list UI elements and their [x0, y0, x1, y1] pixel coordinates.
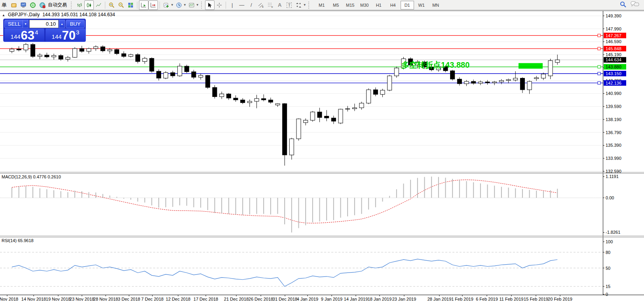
ask-prefix: 144: [52, 33, 62, 40]
tab-timeframe-m30[interactable]: M30: [358, 1, 371, 9]
sell-button[interactable]: SELL: [4, 20, 24, 28]
market-watch-icon[interactable]: [19, 0, 28, 10]
indicators-dropdown-caret[interactable]: ▼: [171, 3, 174, 7]
arrows-icon[interactable]: [294, 0, 304, 10]
svg-text:6 Feb 2019: 6 Feb 2019: [476, 297, 498, 301]
tab-timeframe-w1[interactable]: W1: [415, 1, 428, 9]
ohlc-readout: 144.393 145.031 144.108 144.634: [42, 12, 115, 17]
mt4-terminal: 单 自动交易: [0, 0, 644, 305]
rsi-label: RSI(14) 65.9618: [2, 238, 34, 243]
toolbar-grip: [201, 2, 203, 9]
svg-text:19 Nov 2018: 19 Nov 2018: [46, 297, 70, 301]
svg-text:31 Dec 2018: 31 Dec 2018: [273, 297, 297, 301]
macd-label: MACD(12,26,9) 0.4776 0.2610: [2, 174, 61, 179]
autotrading-label[interactable]: 自动交易: [48, 2, 67, 8]
cursor-icon[interactable]: [205, 0, 215, 10]
svg-text:17 Dec 2018: 17 Dec 2018: [194, 297, 218, 301]
svg-text:143.150: 143.150: [606, 71, 621, 76]
toolbar-separator: [226, 2, 226, 9]
svg-text:142.136: 142.136: [606, 81, 621, 85]
ask-sup: 3: [76, 29, 79, 36]
svg-text:1.1191: 1.1191: [606, 174, 619, 179]
bid-big: 63: [21, 30, 34, 41]
svg-text:7 Dec 2018: 7 Dec 2018: [141, 297, 163, 301]
tab-timeframe-m5[interactable]: M5: [329, 1, 343, 9]
level-handle[interactable]: [598, 47, 600, 50]
tab-timeframe-h4[interactable]: H4: [386, 1, 400, 9]
crosshair-icon[interactable]: [215, 0, 224, 10]
zoom-in-icon[interactable]: [107, 0, 116, 10]
ask-big: 70: [62, 30, 76, 41]
chat-icon[interactable]: [631, 1, 639, 9]
tile-windows-icon[interactable]: [126, 0, 135, 10]
auto-scroll-icon[interactable]: [139, 0, 148, 10]
menu-remnant[interactable]: 单: [2, 2, 7, 9]
tab-timeframe-d1[interactable]: D1: [401, 1, 414, 9]
periods-icon[interactable]: [174, 0, 184, 10]
svg-text:3 Dec 2018: 3 Dec 2018: [118, 297, 140, 301]
svg-text:12 Dec 2018: 12 Dec 2018: [166, 297, 190, 301]
svg-text:4 Jan 2019: 4 Jan 2019: [297, 297, 318, 301]
level-handle[interactable]: [598, 72, 600, 75]
trendline-icon[interactable]: /: [247, 0, 256, 10]
tab-timeframe-h1[interactable]: H1: [372, 1, 386, 9]
timeframe-group: M1M5M15M30H1H4D1W1MN: [315, 1, 443, 9]
price-gridlines: [0, 16, 603, 171]
equidistant-channel-icon[interactable]: E: [256, 0, 266, 10]
bid-price-display[interactable]: 144 63 4: [4, 28, 44, 42]
chart-shift-icon[interactable]: [148, 0, 158, 10]
svg-text:135.390: 135.390: [606, 143, 621, 148]
toolbar-separator: [160, 2, 160, 9]
volume-input[interactable]: 0.10: [29, 20, 59, 28]
svg-text:138.190: 138.190: [606, 117, 621, 122]
text-label-icon[interactable]: T: [285, 0, 294, 10]
zoom-out-icon[interactable]: [116, 0, 126, 10]
level-handle[interactable]: [598, 81, 600, 84]
new-order-icon[interactable]: [9, 0, 19, 10]
svg-text:0: 0: [606, 292, 608, 297]
svg-text:139.590: 139.590: [606, 104, 621, 109]
tab-timeframe-mn[interactable]: MN: [429, 1, 443, 9]
annotation-text[interactable]: 多空转折点143.880: [401, 60, 469, 70]
svg-text:14 Nov 2018: 14 Nov 2018: [21, 297, 46, 301]
vertical-line-icon[interactable]: |: [228, 0, 237, 10]
channel-letter: E: [262, 6, 264, 8]
svg-text:0.00: 0.00: [606, 195, 614, 200]
svg-text:136.790: 136.790: [606, 130, 621, 135]
svg-text:149.390: 149.390: [606, 13, 621, 18]
tab-timeframe-m15[interactable]: M15: [344, 1, 357, 9]
level-handle[interactable]: [598, 34, 600, 37]
arrows-dropdown-caret[interactable]: ▼: [303, 3, 306, 7]
toolbar-grip: [71, 2, 73, 9]
svg-text:28 Jan 2019: 28 Jan 2019: [427, 297, 452, 301]
svg-text:9 Nov 2018: 9 Nov 2018: [0, 297, 18, 301]
horizontal-line-icon[interactable]: —: [237, 0, 247, 10]
indicators-icon[interactable]: [161, 0, 171, 10]
buy-button[interactable]: BUY: [66, 20, 85, 28]
candlestick-chart-icon[interactable]: [84, 0, 94, 10]
text-icon[interactable]: A: [275, 0, 285, 10]
toolbar-separator: [105, 2, 105, 9]
bid-prefix: 144: [11, 33, 21, 40]
ask-price-display[interactable]: 144 70 3: [46, 28, 85, 42]
periods-dropdown-caret[interactable]: ▼: [183, 3, 186, 7]
svg-text:-1.8261: -1.8261: [606, 230, 620, 235]
templates-dropdown-caret[interactable]: ▼: [196, 3, 199, 7]
volume-down-button[interactable]: ▼: [23, 20, 28, 28]
fibonacci-icon[interactable]: F: [266, 0, 275, 10]
tab-timeframe-m1[interactable]: M1: [315, 1, 329, 9]
level-handle[interactable]: [598, 65, 600, 68]
community-icon[interactable]: [28, 0, 38, 10]
chart-canvas[interactable]: 149.390147.990146.590145.190143.790142.3…: [0, 0, 644, 305]
bid-sup: 4: [35, 29, 38, 36]
templates-icon[interactable]: [187, 0, 196, 10]
toolbar: 单 自动交易: [0, 0, 644, 10]
svg-text:145.848: 145.848: [606, 46, 621, 51]
bar-chart-icon[interactable]: [75, 0, 84, 10]
collapse-icon[interactable]: ▲: [2, 13, 5, 17]
line-chart-icon[interactable]: [94, 0, 103, 10]
symbol-search-icon[interactable]: [619, 1, 627, 9]
autotrading-icon[interactable]: [38, 0, 47, 10]
highlight-rectangle[interactable]: [519, 63, 543, 69]
volume-up-button[interactable]: ▲: [59, 20, 65, 28]
